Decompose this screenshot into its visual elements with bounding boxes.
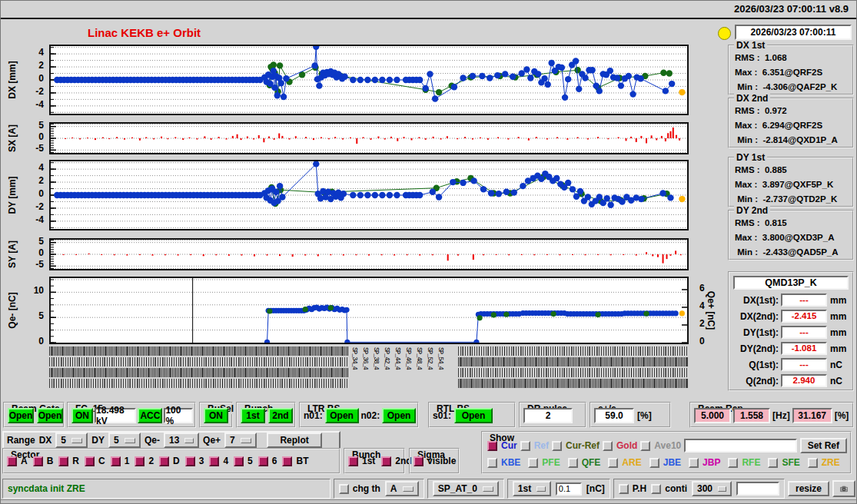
range-bar: Range DX 5 DY 5 Qe- 13 Qe+ 7 Replot bbox=[2, 431, 340, 449]
range-dx-select[interactable]: 5 bbox=[55, 433, 88, 448]
q-2nd-readout: 2.940 bbox=[781, 374, 827, 387]
monitor-select[interactable]: SP_AT_0 bbox=[433, 481, 499, 496]
threshold-select[interactable]: A bbox=[385, 481, 419, 496]
beam-rep-value-3: 31.167 bbox=[792, 408, 832, 423]
dx-2nd-readout: -2.415 bbox=[781, 310, 827, 323]
fc15-kv-readout: 18.498 kV bbox=[95, 408, 136, 423]
bpm-name-axis: SP_34_4 SP_36_4 SP_38_4 SP_42_4 SP_44_4 … bbox=[49, 346, 689, 391]
bunch-2nd-button[interactable]: 2nd bbox=[268, 408, 293, 423]
ltr-n02-open-button[interactable]: Open bbox=[382, 408, 416, 423]
rms-value: RMS : 0.815 bbox=[729, 216, 852, 230]
show-cur-checkbox[interactable]: Cur bbox=[487, 440, 517, 451]
show-ref-checkbox[interactable]: Ref bbox=[520, 440, 549, 451]
titlebar-clock-version: 2026/03/23 07:00:11 v8.9 bbox=[734, 3, 857, 15]
option-menu-glyph bbox=[483, 486, 493, 492]
max-value: Max : 6.294@QRF2S bbox=[729, 118, 852, 133]
show-pfe-checkbox[interactable]: PFE bbox=[528, 457, 560, 468]
window-bottom-edge bbox=[1, 499, 857, 504]
sector-checkbox-r[interactable]: R bbox=[58, 456, 79, 466]
rms-value: RMS : 1.068 bbox=[729, 51, 852, 65]
show-qfe-checkbox[interactable]: QFE bbox=[568, 457, 601, 468]
charge-threshold-input[interactable] bbox=[556, 482, 582, 496]
beam-gate-open-button-1[interactable]: Open bbox=[8, 408, 34, 423]
show-sfe-checkbox[interactable]: SFE bbox=[768, 457, 799, 468]
monitor-name[interactable]: QMD13P_K bbox=[733, 276, 849, 290]
dx-1st-readout: --- bbox=[781, 293, 827, 307]
ph-checkbox[interactable]: P.H bbox=[619, 483, 646, 494]
timestamp-display: 2026/03/23 07:00:11 bbox=[735, 25, 852, 40]
extra-input[interactable] bbox=[736, 482, 779, 496]
range-qe-minus-select[interactable]: 13 bbox=[164, 433, 199, 448]
fc15-group: FC_15 ON 18.498 kV ACC 100 % bbox=[67, 402, 196, 428]
set-ref-button[interactable]: Set Ref bbox=[800, 438, 847, 453]
bunch-select[interactable]: 1st bbox=[513, 481, 551, 496]
sector-checkbox-1[interactable]: 1 bbox=[111, 456, 130, 466]
range-qe-plus-select[interactable]: 7 bbox=[224, 433, 257, 448]
sigma-group: Sigma visible bbox=[409, 448, 460, 474]
bpm-names-noise-left bbox=[49, 346, 349, 391]
ref-name-input[interactable] bbox=[684, 439, 796, 453]
beam-gate-open-button-2[interactable]: Open bbox=[37, 408, 63, 423]
show-jbe-checkbox[interactable]: JBE bbox=[649, 457, 681, 468]
show-kbe-checkbox[interactable]: KBE bbox=[487, 457, 520, 468]
ltr-bs-group: LTR BS n01: Open n02: Open bbox=[299, 402, 419, 428]
max-value: Max : 6.351@QRF2S bbox=[729, 65, 852, 80]
range-dy-select[interactable]: 5 bbox=[108, 433, 141, 448]
monitor-row: DX(1st):---mm bbox=[729, 292, 852, 308]
sy-steering-chart bbox=[49, 238, 689, 270]
replot-button[interactable]: Replot bbox=[267, 433, 322, 448]
option-menu-glyph bbox=[536, 486, 546, 492]
show-zre-checkbox[interactable]: ZRE bbox=[808, 457, 840, 468]
bunch-2nd-checkbox[interactable]: 2nd bbox=[381, 456, 411, 466]
sector-checkbox-6[interactable]: 6 bbox=[258, 456, 277, 466]
show-ave10-checkbox[interactable]: Ave10 bbox=[640, 440, 681, 451]
dr-pulse-group: DR pulse 2 bbox=[519, 402, 586, 428]
window-titlebar: 2026/03/23 07:00:11 v8.9 bbox=[1, 1, 857, 19]
fc15-acc-button[interactable]: ACC bbox=[138, 408, 162, 423]
rms-value: RMS : 0.972 bbox=[729, 104, 852, 118]
busel-on-button[interactable]: ON bbox=[204, 408, 228, 423]
sector-checkbox-5[interactable]: 5 bbox=[234, 456, 253, 466]
points-select[interactable]: 300 bbox=[692, 481, 732, 496]
sector-checkbox-c[interactable]: C bbox=[85, 456, 105, 466]
show-gold-checkbox[interactable]: Gold bbox=[603, 440, 637, 451]
q-1st-readout: --- bbox=[781, 358, 827, 371]
sigma-visible-checkbox[interactable]: visible bbox=[414, 456, 456, 466]
conti-checkbox[interactable]: conti bbox=[651, 483, 687, 494]
resize-button[interactable]: resize bbox=[788, 481, 829, 496]
show-rfe-checkbox[interactable]: RFE bbox=[728, 457, 760, 468]
beam-rep-group: Beam Rep 5.000 1.558 [Hz] 31.167 [%] bbox=[689, 402, 854, 428]
dy-2nd-readout: -1.081 bbox=[781, 342, 827, 355]
dx-orbit-chart bbox=[49, 45, 689, 115]
e-ratio-group: e+/e- 59.0 [%] bbox=[590, 402, 671, 428]
beam-rep-value-1: 5.000 bbox=[694, 408, 731, 423]
ltr-n01-open-button[interactable]: Open bbox=[325, 408, 359, 423]
rtl-s01-open-button[interactable]: Open bbox=[454, 408, 493, 423]
monitor-row: DY(2nd):-1.081mm bbox=[729, 340, 852, 356]
sector-checkbox-3[interactable]: 3 bbox=[185, 456, 204, 466]
status-bar: syncdata init ZRE chg th A SP_AT_0 1st [… bbox=[2, 479, 855, 499]
dx-1st-stats: DX 1st RMS : 1.068 Max : 6.351@QRF2S Min… bbox=[728, 45, 854, 95]
bunch-1st-checkbox[interactable]: 1st bbox=[348, 456, 375, 466]
show-are-checkbox[interactable]: ARE bbox=[608, 457, 641, 468]
n01-label: n01: bbox=[304, 410, 323, 421]
show-cur-ref-checkbox[interactable]: Cur-Ref bbox=[552, 440, 600, 451]
sector-checkbox-4[interactable]: 4 bbox=[209, 456, 228, 466]
sector-checkbox-2[interactable]: 2 bbox=[135, 456, 154, 466]
screenshot-button[interactable] bbox=[832, 480, 855, 497]
show-jbp-checkbox[interactable]: JBP bbox=[689, 457, 720, 468]
max-value: Max : 3.897@QXF5P_K bbox=[729, 177, 852, 192]
sector-checkbox-d[interactable]: D bbox=[159, 456, 180, 466]
sector-checkbox-a[interactable]: A bbox=[7, 456, 28, 466]
option-menu-glyph bbox=[71, 438, 82, 443]
status-message: syncdata init ZRE bbox=[8, 483, 85, 494]
sector-checkbox-b[interactable]: B bbox=[33, 456, 54, 466]
sector-checkbox-bt[interactable]: BT bbox=[282, 456, 308, 466]
option-menu-glyph bbox=[241, 438, 251, 443]
chg-th-panel: chg th A bbox=[334, 479, 424, 499]
fc15-on-button[interactable]: ON bbox=[71, 408, 93, 423]
bunch-1st-button[interactable]: 1st bbox=[241, 408, 265, 423]
chg-th-checkbox[interactable]: chg th bbox=[339, 483, 380, 494]
camera-icon bbox=[840, 483, 848, 495]
dy-axis-ticks: 420-2-4 bbox=[19, 160, 45, 230]
